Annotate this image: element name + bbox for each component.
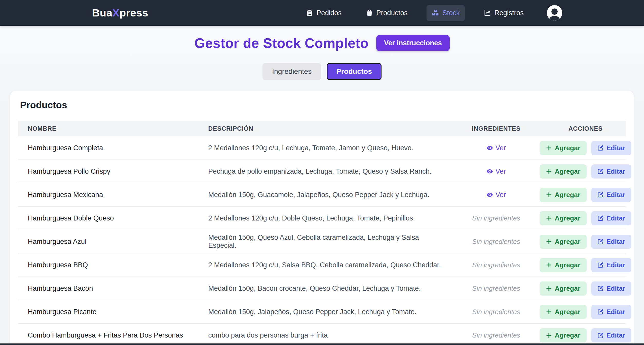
add-button[interactable]: Agregar [540, 141, 587, 155]
product-description: Medallón 150g, Bacon crocante, Queso Che… [208, 285, 447, 293]
table-header-row: NOMBRE DESCRIPCIÓN INGREDIENTES ACCIONES [18, 121, 626, 136]
product-description: Medallón 150g, Guacamole, Jalapeños, Que… [208, 191, 447, 199]
plus-icon [546, 238, 552, 245]
table-row: Hamburguesa Azul Medallón 150g, Queso Az… [18, 230, 626, 253]
plus-icon [546, 285, 552, 291]
card-title: Productos [18, 100, 626, 111]
edit-button[interactable]: Editar [591, 235, 632, 249]
edit-button[interactable]: Editar [591, 211, 632, 225]
column-header-acciones: ACCIONES [545, 125, 626, 132]
add-button[interactable]: Agregar [540, 188, 587, 202]
brand-suffix: press [120, 7, 148, 19]
add-button[interactable]: Agregar [540, 281, 587, 296]
ingredients-ver-link[interactable]: Ver [486, 191, 506, 199]
footer-bar [0, 343, 644, 345]
add-button-label: Agregar [555, 144, 580, 152]
tab-ingredientes[interactable]: Ingredientes [262, 63, 321, 80]
edit-button-label: Editar [606, 214, 625, 222]
edit-button[interactable]: Editar [591, 164, 632, 179]
eye-icon [486, 145, 493, 151]
eye-icon [486, 168, 493, 175]
add-button[interactable]: Agregar [540, 258, 587, 272]
clipboard-list-icon [306, 9, 313, 16]
user-avatar-icon[interactable] [547, 5, 562, 21]
stock-tabs: Ingredientes Productos [0, 63, 644, 80]
edit-button-label: Editar [606, 238, 625, 246]
add-button[interactable]: Agregar [540, 211, 587, 225]
plus-icon [546, 215, 552, 221]
plus-icon [546, 262, 552, 268]
nav-item-stock[interactable]: Stock [427, 5, 465, 21]
product-description: Medallón 150g, Jalapeños, Queso Pepper J… [208, 308, 447, 316]
view-instructions-button[interactable]: Ver instrucciones [376, 35, 450, 51]
eye-icon [486, 191, 493, 198]
product-name: Hamburguesa Completa [18, 144, 208, 152]
column-header-ingredientes: INGREDIENTES [447, 125, 545, 132]
products-card: Productos NOMBRE DESCRIPCIÓN INGREDIENTE… [10, 91, 634, 345]
product-name: Hamburguesa Mexicana [18, 191, 208, 199]
page-title: Gestor de Stock Completo [194, 35, 369, 51]
edit-pencil-icon [597, 215, 604, 221]
nav-item-productos[interactable]: Productos [361, 5, 413, 21]
product-name: Hamburguesa Pollo Crispy [18, 167, 208, 175]
column-header-nombre: NOMBRE [18, 125, 208, 132]
product-table-body: Hamburguesa Completa 2 Medallones 120g c… [18, 136, 626, 345]
table-row: Hamburguesa BBQ 2 Medallones 120g c/u, S… [18, 253, 626, 277]
table-row: Hamburguesa Completa 2 Medallones 120g c… [18, 136, 626, 160]
add-button[interactable]: Agregar [540, 328, 587, 342]
add-button[interactable]: Agregar [540, 235, 587, 249]
edit-pencil-icon [597, 168, 604, 174]
edit-pencil-icon [597, 262, 604, 268]
edit-button[interactable]: Editar [591, 281, 632, 296]
nav-item-pedidos[interactable]: Pedidos [301, 5, 347, 21]
plus-icon [546, 332, 552, 339]
table-row: Hamburguesa Doble Queso 2 Medallones 120… [18, 207, 626, 230]
ver-label: Ver [495, 191, 506, 199]
plus-icon [546, 192, 552, 198]
product-name: Hamburguesa Bacon [18, 285, 208, 293]
edit-button[interactable]: Editar [591, 258, 632, 272]
edit-pencil-icon [597, 332, 604, 339]
ingredients-ver-link[interactable]: Ver [486, 144, 506, 152]
edit-button[interactable]: Editar [591, 141, 632, 155]
ingredients-ver-link[interactable]: Ver [486, 167, 506, 175]
nav-item-label: Registros [494, 9, 524, 17]
ingredients-empty-label: Sin ingredientes [472, 238, 520, 246]
ingredients-empty-label: Sin ingredientes [472, 261, 520, 269]
edit-button-label: Editar [606, 261, 625, 269]
product-description: combo para dos personas burga + frita [208, 331, 447, 339]
ingredients-empty-label: Sin ingredientes [472, 285, 520, 293]
edit-button-label: Editar [606, 331, 625, 339]
nav-item-registros[interactable]: Registros [479, 5, 529, 21]
edit-button-label: Editar [606, 144, 625, 152]
tab-productos[interactable]: Productos [327, 63, 381, 80]
edit-pencil-icon [597, 238, 604, 245]
ingredients-empty-label: Sin ingredientes [472, 308, 520, 316]
edit-pencil-icon [597, 309, 604, 315]
boxes-stacked-icon [432, 9, 439, 16]
edit-button[interactable]: Editar [591, 188, 632, 202]
product-name: Combo Hamburguesa + Fritas Para Dos Pers… [18, 331, 208, 339]
edit-button[interactable]: Editar [591, 328, 632, 342]
edit-pencil-icon [597, 145, 604, 151]
edit-button-label: Editar [606, 285, 625, 293]
plus-icon [546, 145, 552, 151]
ver-label: Ver [495, 167, 506, 175]
brand-logo[interactable]: BuaXpress [92, 7, 148, 19]
product-name: Hamburguesa Picante [18, 308, 208, 316]
column-header-descripcion: DESCRIPCIÓN [208, 125, 447, 132]
product-description: 2 Medallones 120g c/u, Salsa BBQ, Ceboll… [208, 261, 447, 269]
add-button[interactable]: Agregar [540, 164, 587, 179]
add-button-label: Agregar [555, 214, 580, 222]
edit-pencil-icon [597, 285, 604, 291]
table-row: Hamburguesa Pollo Crispy Pechuga de poll… [18, 160, 626, 183]
edit-button[interactable]: Editar [591, 305, 632, 319]
hero: Gestor de Stock Completo Ver instruccion… [0, 35, 644, 51]
brand-x: X [112, 7, 120, 19]
product-description: Pechuga de pollo empanizada, Lechuga, To… [208, 167, 447, 175]
edit-button-label: Editar [606, 191, 625, 199]
add-button[interactable]: Agregar [540, 305, 587, 319]
product-description: 2 Medallones 120g c/u, Lechuga, Tomate, … [208, 144, 447, 152]
product-description: 2 Medallones 120g c/u, Doble Queso, Lech… [208, 214, 447, 222]
brand-prefix: Bua [92, 7, 112, 19]
